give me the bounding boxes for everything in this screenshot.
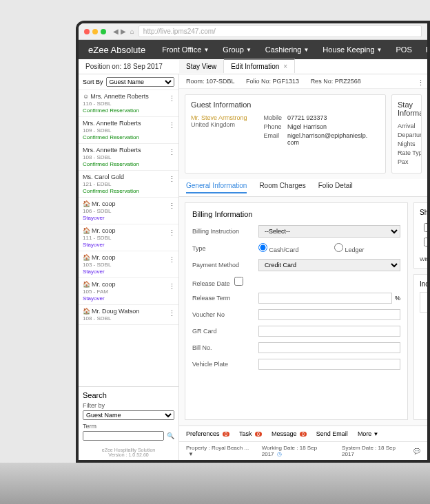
- billing-instruction-select[interactable]: --Select--: [258, 225, 400, 238]
- guest-item-room: 116 - SDBL: [83, 101, 174, 107]
- tab-stay-view[interactable]: Stay View: [179, 60, 224, 73]
- guest-list: ☺Mrs. Annette Roberts116 - SDBLConfirmed…: [79, 90, 178, 386]
- subtab-room-charges[interactable]: Room Charges: [259, 182, 305, 193]
- search-title: Search: [83, 391, 174, 399]
- nav-back-forward[interactable]: ◀ ▶: [113, 28, 126, 35]
- guest-item-name: Ms. Carol Gold: [83, 174, 174, 180]
- person-icon: 🏠: [83, 281, 90, 288]
- sort-label: Sort By: [83, 78, 103, 85]
- nav-reports[interactable]: Reports: [419, 40, 427, 59]
- gr-card-input[interactable]: [258, 326, 400, 337]
- status-footer: Property : Royal Beach ... ▼ Working Dat…: [179, 441, 427, 460]
- guest-item-status: Confirmed Reservation: [83, 161, 174, 167]
- list-item[interactable]: 🏠Mr. coop103 - SDBLStayover⋮: [79, 251, 178, 278]
- chevron-down-icon: ▼: [246, 47, 252, 53]
- close-icon[interactable]: ×: [283, 63, 287, 70]
- subtab-general[interactable]: General Information: [186, 182, 247, 193]
- more-icon[interactable]: ⋮: [168, 229, 176, 238]
- more-icon[interactable]: ⋮: [168, 282, 176, 291]
- nav-cashiering[interactable]: Cashiering▼: [258, 40, 316, 59]
- more-icon[interactable]: ⋮: [168, 309, 176, 318]
- stay-info-panel: Stay Information Arrival Departure Night…: [391, 94, 422, 174]
- subtab-folio-detail[interactable]: Folio Detail: [318, 182, 353, 193]
- filter-label: Filter by: [83, 402, 174, 409]
- list-item[interactable]: Mrs. Annette Roberts109 - SDBLConfirmed …: [79, 117, 178, 144]
- inclusion-panel: Inclusion: [413, 274, 427, 420]
- list-item[interactable]: 🏠Mr. coop106 - SDBLStayover⋮: [79, 198, 178, 224]
- guest-item-room: 108 - SDBL: [83, 154, 174, 160]
- more-icon[interactable]: ⋮: [168, 121, 176, 130]
- more-icon[interactable]: ⋮: [168, 148, 176, 157]
- task-link[interactable]: Task 0: [239, 430, 262, 437]
- chevron-down-icon: ▼: [303, 47, 309, 53]
- person-icon: 🏠: [83, 308, 90, 315]
- billing-panel: Billing Information Billing Instruction …: [185, 202, 408, 420]
- preferences-link[interactable]: Preferences 0: [186, 430, 229, 437]
- guest-item-room: 106 - SDBL: [83, 208, 174, 214]
- send-email-link[interactable]: Send Email: [316, 430, 348, 437]
- search-icon[interactable]: 🔍: [167, 432, 174, 439]
- message-link[interactable]: Message 0: [272, 430, 307, 437]
- sharer-panel: Sharer Information Name Mr. Steve Armstr…: [413, 202, 427, 269]
- more-icon[interactable]: ⋮: [168, 94, 176, 103]
- guest-item-room: 121 - EDBL: [83, 181, 174, 187]
- working-date: Working Date : 18 Sep 2017 ◷: [262, 445, 331, 457]
- chat-icon[interactable]: 💬: [413, 448, 420, 454]
- clock-icon: ◷: [277, 451, 282, 457]
- list-item[interactable]: 🏠Mr. Doug Watson108 - SDBL⋮: [79, 305, 178, 325]
- chevron-down-icon: ▼: [373, 431, 378, 437]
- type-ledger-radio[interactable]: [334, 243, 343, 252]
- more-icon[interactable]: ⋮: [168, 175, 176, 184]
- with-selected[interactable]: With Selected 🖨: [420, 256, 427, 262]
- guest-info-panel: Guest Information ⋮ Mr. Steve Armstrong …: [185, 94, 386, 174]
- table-row[interactable]: Mr. Steve Armstrong: [421, 236, 427, 249]
- vehicle-plate-input[interactable]: [258, 359, 400, 370]
- guest-item-name: Mrs. Annette Roberts: [83, 120, 174, 127]
- term-input[interactable]: [83, 431, 164, 441]
- release-date-checkbox[interactable]: [234, 277, 243, 286]
- window-controls[interactable]: [84, 29, 106, 34]
- more-menu[interactable]: More▼: [358, 430, 378, 437]
- list-item[interactable]: Ms. Carol Gold121 - EDBLConfirmed Reserv…: [79, 171, 178, 198]
- guest-item-room: 105 - FAM: [83, 288, 174, 295]
- guest-item-name: 🏠Mr. coop: [83, 254, 174, 261]
- more-icon[interactable]: ⋮: [168, 202, 176, 211]
- sort-select[interactable]: Guest Name: [106, 77, 174, 87]
- app-header: eZee Absolute Front Office▼ Group▼ Cashi…: [79, 40, 427, 59]
- tab-edit-info[interactable]: Edit Information×: [224, 59, 295, 73]
- filter-select[interactable]: Guest Name: [83, 410, 174, 420]
- sharer-select-all[interactable]: [424, 223, 427, 232]
- list-item[interactable]: 🏠Mr. coop111 - SDBLStayover⋮: [79, 224, 178, 251]
- sub-bar: Position on: 18 Sep 2017 Stay View Edit …: [79, 59, 427, 74]
- home-icon[interactable]: ⌂: [130, 28, 134, 35]
- nav-front-office[interactable]: Front Office▼: [155, 40, 216, 59]
- list-item[interactable]: 🏠Mr. coop105 - FAMStayover⋮: [79, 278, 178, 305]
- nav-house-keeping[interactable]: House Keeping▼: [316, 40, 389, 59]
- release-term-input[interactable]: [258, 293, 392, 304]
- browser-chrome: ◀ ▶ ⌂ http://live.ipms247.com/: [79, 23, 427, 40]
- guest-country: United Kingdom: [191, 121, 247, 128]
- guest-item-room: 109 - SDBL: [83, 127, 174, 134]
- billing-title: Billing Information: [192, 210, 400, 218]
- list-item[interactable]: ☺Mrs. Annette Roberts116 - SDBLConfirmed…: [79, 90, 178, 117]
- voucher-input[interactable]: [258, 309, 400, 320]
- guest-item-status: Stayover: [83, 242, 174, 248]
- guest-item-room: 111 - SDBL: [83, 235, 174, 241]
- property-label[interactable]: Property : Royal Beach ... ▼: [186, 445, 251, 457]
- bill-no-input[interactable]: [258, 342, 400, 353]
- url-bar[interactable]: http://live.ipms247.com/: [139, 25, 422, 37]
- type-cash-radio[interactable]: [258, 243, 267, 252]
- person-icon: 🏠: [83, 254, 90, 261]
- sharer-row-checkbox[interactable]: [424, 238, 427, 246]
- sidebar-footer: eZee Hospitality Solution Version : 1.0.…: [79, 445, 178, 460]
- nav-pos[interactable]: POS: [389, 40, 418, 59]
- list-item[interactable]: Mrs. Annette Roberts108 - SDBLConfirmed …: [79, 144, 178, 171]
- breadcrumb: Room: 107-SDBL Folio No: PGF1313 Res No:…: [179, 74, 427, 89]
- guest-item-status: Confirmed Reservation: [83, 134, 174, 140]
- more-icon[interactable]: ⋮: [417, 78, 424, 87]
- payment-method-select[interactable]: Credit Card: [258, 259, 400, 271]
- nav-group[interactable]: Group▼: [216, 40, 258, 59]
- system-date: System Date : 18 Sep 2017: [342, 445, 402, 457]
- more-icon[interactable]: ⋮: [168, 255, 176, 264]
- guest-info-title: Guest Information: [191, 101, 251, 109]
